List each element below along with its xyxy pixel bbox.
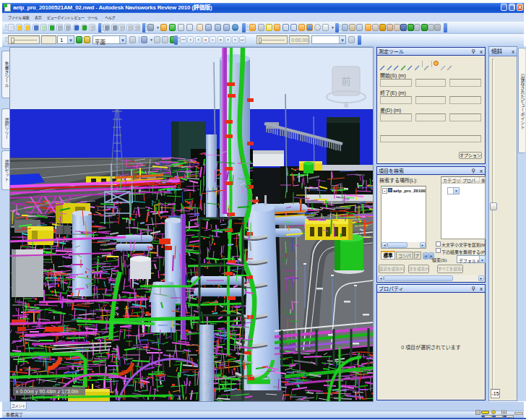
svg-text:前: 前	[341, 76, 350, 87]
svg-text:南: 南	[344, 102, 349, 108]
svg-text:x 0.00m y 90.48m z 173.0m: x 0.00m y 90.48m z 173.0m	[16, 389, 79, 395]
